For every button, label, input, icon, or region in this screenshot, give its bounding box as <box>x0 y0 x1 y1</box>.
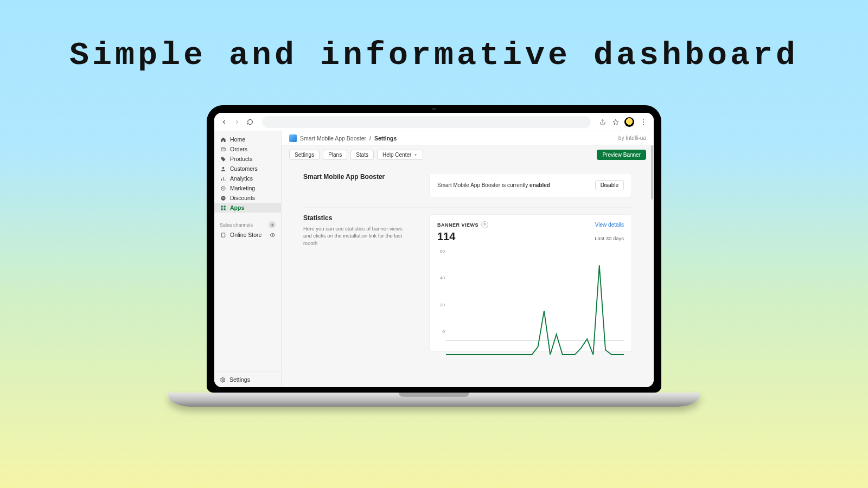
breadcrumb-app[interactable]: Smart Mobile App Booster <box>300 135 366 142</box>
scrollbar[interactable] <box>650 145 654 387</box>
tab-stats[interactable]: Stats <box>350 150 374 160</box>
svg-point-11 <box>272 234 273 235</box>
sidebar-section-label: Sales channels <box>220 222 253 228</box>
main-panel: Smart Mobile App Booster / Settings by I… <box>282 131 654 387</box>
sidebar-footer-label: Settings <box>229 376 250 383</box>
percent-icon: % <box>220 195 226 201</box>
page-toolbar: Settings Plans Stats Help Center Preview… <box>282 145 654 164</box>
profile-avatar[interactable]: i <box>624 117 634 127</box>
browser-toolbar: i ⋮ <box>214 113 654 131</box>
svg-text:%: % <box>222 196 225 200</box>
disable-button[interactable]: Disable <box>595 180 624 190</box>
banner-views-chart: 0204060 <box>446 258 624 345</box>
browser-window: i ⋮ Home Orders <box>214 113 654 387</box>
svg-point-1 <box>221 157 222 158</box>
gear-icon <box>220 377 226 383</box>
laptop-mockup: i ⋮ Home Orders <box>207 105 661 407</box>
svg-rect-10 <box>224 208 225 210</box>
svg-rect-9 <box>221 208 222 210</box>
sidebar-item-customers[interactable]: Customers <box>214 164 281 174</box>
tab-settings[interactable]: Settings <box>289 150 320 160</box>
svg-rect-0 <box>221 147 225 151</box>
tab-help[interactable]: Help Center <box>377 150 423 160</box>
status-card: Smart Mobile App Booster is currently en… <box>429 173 632 197</box>
orders-icon <box>220 146 226 152</box>
stats-card: BANNER VIEWS ? View details 114 Last 30 … <box>429 214 632 352</box>
share-icon[interactable] <box>598 118 607 126</box>
sidebar-item-settings[interactable]: Settings <box>214 371 281 387</box>
sidebar-item-label: Marketing <box>230 185 255 191</box>
tab-help-label: Help Center <box>382 152 411 158</box>
section-title-stats: Statistics <box>303 214 412 222</box>
sidebar-item-products[interactable]: Products <box>214 154 281 164</box>
grid-icon <box>220 204 226 211</box>
hero-title: Simple and informative dashboard <box>0 37 868 74</box>
tag-icon <box>220 156 226 162</box>
sidebar-item-label: Orders <box>230 146 247 152</box>
svg-rect-7 <box>221 206 222 207</box>
tab-plans[interactable]: Plans <box>323 150 347 160</box>
metric-period: Last 30 days <box>595 235 624 241</box>
breadcrumb-page: Settings <box>374 135 397 142</box>
sidebar-item-label: Customers <box>230 165 258 172</box>
sidebar-item-label: Home <box>230 136 245 143</box>
home-icon <box>220 136 226 143</box>
store-icon <box>220 232 226 238</box>
sidebar-item-analytics[interactable]: Analytics <box>214 174 281 183</box>
sidebar-item-marketing[interactable]: Marketing <box>214 183 281 193</box>
back-button[interactable] <box>220 118 228 126</box>
add-channel-button[interactable] <box>269 221 276 228</box>
sidebar-item-label: Online Store <box>230 232 261 238</box>
url-bar[interactable] <box>262 116 591 128</box>
sidebar-item-online-store[interactable]: Online Store <box>214 230 281 240</box>
sidebar-section-channels: Sales channels <box>214 216 281 230</box>
sidebar-item-orders[interactable]: Orders <box>214 144 281 154</box>
sidebar-item-label: Products <box>230 156 252 162</box>
sidebar-item-label: Analytics <box>230 175 253 182</box>
metric-value: 114 <box>437 230 455 243</box>
svg-point-12 <box>222 379 224 381</box>
section-desc-stats: Here you can see statistics of banner vi… <box>303 225 412 247</box>
star-icon[interactable] <box>611 118 620 126</box>
metric-label: BANNER VIEWS <box>437 222 478 228</box>
sidebar-item-discounts[interactable]: % Discounts <box>214 193 281 203</box>
breadcrumb-bar: Smart Mobile App Booster / Settings by I… <box>282 131 654 145</box>
sidebar-item-apps[interactable]: Apps <box>214 203 281 213</box>
chevron-down-icon <box>413 153 418 157</box>
eye-icon[interactable] <box>269 232 276 238</box>
breadcrumb-author: by Intelli-ua <box>618 135 646 141</box>
forward-button[interactable] <box>233 118 241 126</box>
target-icon <box>220 185 226 191</box>
svg-point-2 <box>222 166 224 169</box>
view-details-link[interactable]: View details <box>595 222 624 228</box>
help-icon[interactable]: ? <box>481 221 488 228</box>
browser-menu-icon[interactable]: ⋮ <box>639 118 648 126</box>
svg-point-3 <box>221 186 225 190</box>
person-icon <box>220 165 226 172</box>
sidebar-item-home[interactable]: Home <box>214 134 281 144</box>
svg-rect-8 <box>224 206 225 207</box>
app-sidebar: Home Orders Products Customers <box>214 131 282 387</box>
status-text: Smart Mobile App Booster is currently en… <box>437 182 550 188</box>
breadcrumb-sep: / <box>369 135 371 142</box>
sidebar-item-label: Apps <box>230 204 244 211</box>
bar-chart-icon <box>220 175 226 182</box>
svg-point-4 <box>222 188 224 189</box>
reload-button[interactable] <box>246 118 254 126</box>
app-logo-icon <box>289 134 297 142</box>
section-title-app: Smart Mobile App Booster <box>303 173 412 181</box>
sidebar-item-label: Discounts <box>230 195 255 201</box>
preview-banner-button[interactable]: Preview Banner <box>597 150 646 160</box>
